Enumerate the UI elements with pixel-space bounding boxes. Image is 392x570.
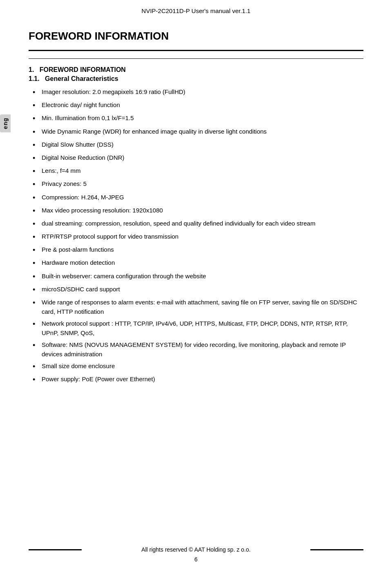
page-header: NVIP-2C2011D-P User's manual ver.1.1 bbox=[0, 0, 392, 18]
list-item: •Wide Dynamic Range (WDR) for enhanced i… bbox=[33, 127, 363, 137]
bullet-icon: • bbox=[33, 219, 42, 229]
section1-number: 1. FOREWORD INFORMATION bbox=[29, 66, 363, 74]
bullet-icon: • bbox=[33, 232, 42, 242]
list-item: •Network protocol support : HTTP, TCP/IP… bbox=[33, 319, 363, 338]
list-item: •Pre & post-alarm functions bbox=[33, 245, 363, 255]
list-item-text: Digital Noise Reduction (DNR) bbox=[42, 153, 363, 163]
bullet-icon: • bbox=[33, 362, 42, 372]
list-item: •Max video processing resolution: 1920x1… bbox=[33, 206, 363, 216]
bullet-icon: • bbox=[33, 179, 42, 190]
footer-page-number: 6 bbox=[29, 556, 363, 563]
list-item-text: Compression: H.264, M-JPEG bbox=[42, 193, 363, 202]
list-item-text: Digital Slow Shutter (DSS) bbox=[42, 140, 363, 150]
list-item: •Power supply: PoE (Power over Ethernet) bbox=[33, 375, 363, 385]
foreword-title: FOREWORD INFORMATION bbox=[29, 30, 363, 42]
footer-line-left bbox=[29, 549, 82, 550]
list-item-text: Lens:, f=4 mm bbox=[42, 166, 363, 176]
section-divider-thin bbox=[29, 58, 363, 59]
characteristics-list: •Imager resolution: 2.0 megapixels 16:9 … bbox=[33, 87, 363, 385]
bullet-icon: • bbox=[33, 153, 42, 163]
bullet-icon: • bbox=[33, 140, 42, 150]
list-item: •Compression: H.264, M-JPEG bbox=[33, 193, 363, 203]
list-item-text: Wide range of responses to alarm events:… bbox=[42, 298, 363, 316]
list-item-text: microSD/SDHC card support bbox=[42, 285, 363, 294]
bullet-icon: • bbox=[33, 319, 42, 329]
bullet-icon: • bbox=[33, 206, 42, 216]
list-item: •Privacy zones: 5 bbox=[33, 179, 363, 190]
main-content: FOREWORD INFORMATION 1. FOREWORD INFORMA… bbox=[0, 18, 392, 420]
list-item: •Electronic day/ night function bbox=[33, 101, 363, 111]
list-item-text: dual streaming: compression, resolution,… bbox=[42, 219, 363, 228]
list-item-text: Wide Dynamic Range (WDR) for enhanced im… bbox=[42, 127, 363, 136]
list-item-text: Imager resolution: 2.0 megapixels 16:9 r… bbox=[42, 87, 363, 97]
footer-center-text: All rights reserved © AAT Holding sp. z … bbox=[82, 546, 310, 553]
list-item: •Lens:, f=4 mm bbox=[33, 166, 363, 177]
list-item: •Built-in webserver: camera configuratio… bbox=[33, 272, 363, 282]
list-item: •Small size dome enclosure bbox=[33, 362, 363, 372]
section1-label-text: FOREWORD INFORMATION bbox=[40, 66, 126, 73]
section-divider-top bbox=[29, 50, 363, 51]
page-container: NVIP-2C2011D-P User's manual ver.1.1 eng… bbox=[0, 0, 392, 570]
list-item-text: Electronic day/ night function bbox=[42, 101, 363, 110]
list-item: •Digital Noise Reduction (DNR) bbox=[33, 153, 363, 163]
bullet-icon: • bbox=[33, 101, 42, 111]
bullet-icon: • bbox=[33, 87, 42, 98]
bullet-icon: • bbox=[33, 375, 42, 385]
list-item: •microSD/SDHC card support bbox=[33, 285, 363, 295]
section1-1-title: 1.1. General Characteristics bbox=[29, 75, 363, 83]
list-item-text: Privacy zones: 5 bbox=[42, 179, 363, 189]
bullet-icon: • bbox=[33, 193, 42, 203]
list-item-text: Built-in webserver: camera configuration… bbox=[42, 272, 363, 281]
list-item: •RTP/RTSP protocol support for video tra… bbox=[33, 232, 363, 242]
section1-1-label: General Characteristics bbox=[45, 75, 118, 82]
list-item-text: Software: NMS (NOVUS MANAGEMENT SYSTEM) … bbox=[42, 340, 363, 359]
list-item: •dual streaming: compression, resolution… bbox=[33, 219, 363, 229]
bullet-icon: • bbox=[33, 272, 42, 282]
list-item: •Min. Illumination from 0,1 lx/F=1.5 bbox=[33, 114, 363, 124]
bullet-icon: • bbox=[33, 166, 42, 177]
list-item-text: RTP/RTSP protocol support for video tran… bbox=[42, 232, 363, 241]
bullet-icon: • bbox=[33, 127, 42, 137]
list-item: •Hardware motion detection bbox=[33, 258, 363, 268]
list-item-text: Max video processing resolution: 1920x10… bbox=[42, 206, 363, 215]
bullet-icon: • bbox=[33, 245, 42, 255]
bullet-icon: • bbox=[33, 114, 42, 124]
bullet-icon: • bbox=[33, 298, 42, 308]
document-title: NVIP-2C2011D-P User's manual ver.1.1 bbox=[142, 7, 251, 14]
footer-line-right bbox=[310, 549, 363, 550]
bullet-icon: • bbox=[33, 258, 42, 268]
list-item: •Software: NMS (NOVUS MANAGEMENT SYSTEM)… bbox=[33, 340, 363, 359]
footer-top-line: All rights reserved © AAT Holding sp. z … bbox=[29, 546, 363, 553]
list-item-text: Network protocol support : HTTP, TCP/IP,… bbox=[42, 319, 363, 338]
list-item-text: Hardware motion detection bbox=[42, 258, 363, 268]
list-item-text: Min. Illumination from 0,1 lx/F=1.5 bbox=[42, 114, 363, 123]
section1-1-number: 1.1. bbox=[29, 75, 40, 82]
page-footer: All rights reserved © AAT Holding sp. z … bbox=[0, 541, 392, 570]
bullet-icon: • bbox=[33, 285, 42, 295]
bullet-icon: • bbox=[33, 340, 42, 351]
list-item-text: Power supply: PoE (Power over Ethernet) bbox=[42, 375, 363, 384]
list-item-text: Small size dome enclosure bbox=[42, 362, 363, 371]
section1-number-text: 1. bbox=[29, 66, 34, 73]
list-item: •Digital Slow Shutter (DSS) bbox=[33, 140, 363, 150]
list-item-text: Pre & post-alarm functions bbox=[42, 245, 363, 255]
list-item: •Imager resolution: 2.0 megapixels 16:9 … bbox=[33, 87, 363, 98]
list-item: •Wide range of responses to alarm events… bbox=[33, 298, 363, 316]
